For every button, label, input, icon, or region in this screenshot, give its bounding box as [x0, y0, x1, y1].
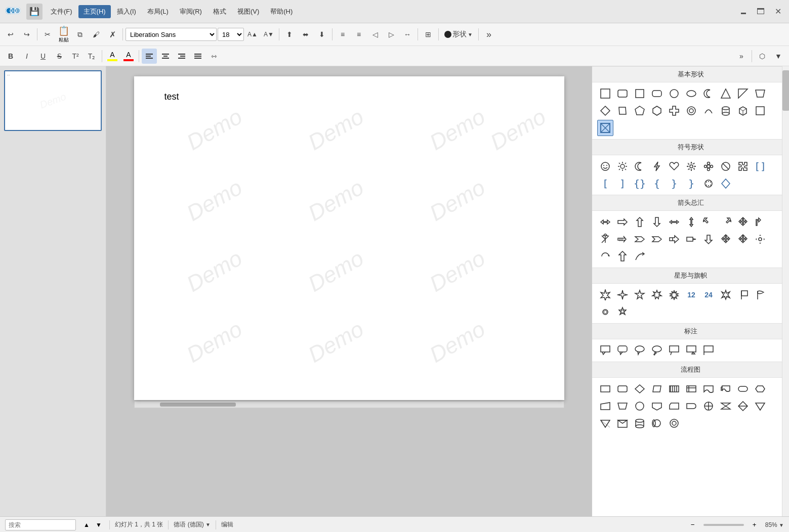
nav-down-button[interactable]: ▼ [93, 519, 104, 530]
nav-up-button[interactable]: ▲ [81, 519, 92, 530]
shape-brace-right[interactable]: } [666, 175, 682, 192]
shape-sun[interactable] [614, 158, 631, 174]
flow-terminator[interactable] [735, 381, 751, 397]
arrow-double-h[interactable] [666, 214, 682, 230]
align-middle-button[interactable]: ⬌ [298, 27, 313, 42]
shape-flower[interactable] [700, 158, 717, 174]
shape-right-triangle[interactable] [735, 85, 751, 102]
align-bottom-button[interactable]: ⬇ [314, 27, 329, 42]
strikethrough-button[interactable]: S̶ [52, 49, 67, 64]
callout-rect[interactable] [597, 342, 613, 359]
menu-home[interactable]: 主页(H) [78, 5, 111, 18]
flow-collate[interactable] [718, 398, 734, 414]
flow-store[interactable] [614, 415, 631, 431]
align-left-button[interactable] [142, 49, 157, 64]
shape-circle[interactable] [666, 85, 682, 102]
shape-gear2[interactable] [597, 304, 613, 320]
arrow-double-v[interactable] [683, 214, 699, 230]
arrow-chevron2[interactable] [649, 231, 665, 247]
subscript-button[interactable]: T₂ [84, 49, 99, 64]
callout-oval[interactable] [632, 342, 648, 359]
paste-button[interactable]: 📋 粘贴 [56, 24, 71, 45]
maximize-button[interactable]: 🗖 [754, 5, 768, 19]
shape-star8[interactable] [666, 287, 682, 303]
arrow-blocked[interactable] [666, 231, 682, 247]
arrow-striped[interactable] [614, 231, 631, 247]
save-icon-btn[interactable]: 💾 [26, 4, 43, 20]
flow-sort[interactable] [735, 398, 751, 414]
close-button[interactable]: ✕ [771, 5, 785, 19]
shape-snowflake[interactable] [700, 175, 717, 192]
shape-square[interactable] [632, 85, 648, 102]
menu-review[interactable]: 审阅(R) [175, 5, 207, 18]
shape-ring[interactable] [683, 103, 699, 119]
italic-button[interactable]: I [19, 49, 34, 64]
shape-smiley[interactable] [597, 158, 613, 174]
shape-badge[interactable] [614, 304, 631, 320]
flow-data[interactable] [666, 381, 682, 397]
flow-merge[interactable] [597, 415, 613, 431]
property-panel-button[interactable]: ⬡ [755, 49, 770, 64]
font-name-select[interactable]: Liberation Sans [126, 28, 217, 41]
flow-card[interactable] [666, 398, 682, 414]
flow-sequential-access[interactable] [666, 415, 682, 431]
shape-flag-wave[interactable] [752, 287, 768, 303]
undo-button[interactable]: ↩ [3, 27, 18, 42]
shape-brace-right2[interactable]: } [683, 175, 699, 192]
highlight-color-button[interactable]: A [105, 49, 120, 64]
flow-internal-storage[interactable] [683, 381, 699, 397]
flow-preparation[interactable] [752, 381, 768, 397]
rtl-button[interactable]: ↔ [400, 27, 415, 42]
flow-or[interactable] [700, 398, 717, 414]
justify-button[interactable] [190, 49, 205, 64]
arrow-4way[interactable] [735, 214, 751, 230]
bold-button[interactable]: B [3, 49, 18, 64]
zoom-minus-button[interactable]: − [687, 519, 698, 530]
flow-manual-input[interactable] [597, 398, 613, 414]
shape-rounded-rect[interactable] [614, 85, 631, 102]
shape-bracket-square-r[interactable]: [] [752, 158, 768, 174]
flow-parallel[interactable] [649, 381, 665, 397]
font-color-button[interactable]: A [121, 49, 136, 64]
char-spacing-button[interactable]: ⇿ [206, 49, 222, 64]
slide-canvas[interactable]: test Demo Demo Demo Demo Demo Demo Demo … [134, 76, 564, 400]
shape-trapezoid[interactable] [752, 85, 768, 102]
callout-rect2[interactable] [683, 342, 699, 359]
shape-parallelogram[interactable] [614, 103, 631, 119]
arrow-down2[interactable] [700, 231, 717, 247]
shape-square-outline[interactable] [597, 85, 613, 102]
indent-less-button[interactable]: ◁ [367, 27, 383, 42]
arrow-up2[interactable] [614, 248, 631, 264]
shape-selected[interactable] [597, 120, 613, 136]
shape-flag-rect[interactable] [735, 287, 751, 303]
flow-direct-access[interactable] [649, 415, 665, 431]
menu-file[interactable]: 文件(F) [46, 5, 77, 18]
shape-square2[interactable] [752, 103, 768, 119]
toolbar-more-button[interactable]: » [734, 49, 749, 64]
flow-database[interactable] [632, 415, 648, 431]
shape-moon[interactable] [632, 158, 648, 174]
shape-star6[interactable] [649, 287, 665, 303]
arrow-chevron[interactable] [632, 231, 648, 247]
shape-diamond[interactable] [597, 103, 613, 119]
arrow-right[interactable] [614, 214, 631, 230]
callout-round[interactable] [614, 342, 631, 359]
arrow-rotate[interactable] [597, 248, 613, 264]
shape-heart[interactable] [666, 158, 682, 174]
zoom-plus-button[interactable]: + [749, 519, 760, 530]
insert-table-button[interactable]: ⊞ [421, 27, 436, 42]
shape-arc[interactable] [700, 103, 717, 119]
shape-star4[interactable] [614, 287, 631, 303]
shape-cross[interactable] [666, 103, 682, 119]
shape-bracket-right-b[interactable]: ] [614, 175, 631, 192]
shape-crescent[interactable] [700, 85, 717, 102]
zoom-level[interactable]: 85% ▼ [765, 521, 784, 528]
flow-off-page[interactable] [649, 398, 665, 414]
arrow-up[interactable] [632, 214, 648, 230]
search-input[interactable] [5, 519, 76, 530]
shape-brace-left[interactable]: { [649, 175, 665, 192]
flow-decision[interactable] [632, 381, 648, 397]
format-paint-button[interactable]: 🖌 [89, 27, 104, 42]
shape-cube[interactable] [735, 103, 751, 119]
shape-bracket-left-b[interactable]: [ [597, 175, 613, 192]
